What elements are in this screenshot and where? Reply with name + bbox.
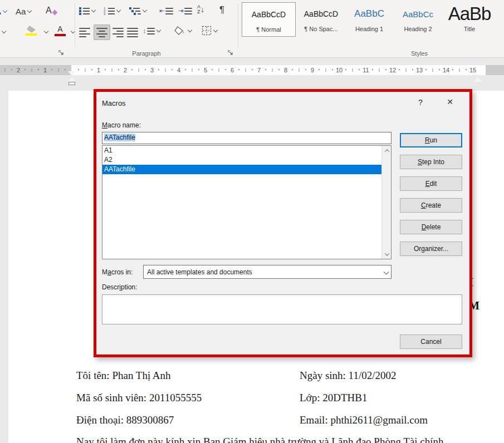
style-label: Title	[443, 26, 496, 32]
help-button[interactable]: ?	[414, 98, 427, 109]
decrease-indent-button[interactable]: ⇤	[159, 7, 173, 15]
show-formatting-button[interactable]: ¶	[219, 4, 224, 16]
chevron-down-icon	[156, 28, 161, 32]
ruler-tick	[433, 68, 433, 72]
ruler-number: 11	[363, 67, 369, 73]
ruler[interactable]: 12345678910111213141521	[0, 65, 504, 75]
style-tile-heading1[interactable]: AaBbCHeading 1	[346, 2, 393, 37]
description-input[interactable]	[102, 294, 462, 324]
style-preview: AaBbCc	[394, 2, 442, 26]
style-tile-heading2[interactable]: AaBbCcHeading 2	[394, 2, 442, 37]
edit-button[interactable]: Edit	[400, 176, 462, 191]
organizer-button[interactable]: Organizer...	[400, 242, 462, 256]
style-tile-nospac[interactable]: AaBbCcD¶ No Spac...	[297, 2, 345, 37]
ruler-tick	[25, 69, 26, 70]
chevron-down-icon	[44, 29, 48, 33]
ruler-tick	[131, 69, 133, 70]
run-button[interactable]: Run	[400, 133, 462, 147]
align-left-button[interactable]	[79, 27, 90, 38]
style-tile-cut[interactable]: AaBbCcD	[497, 2, 504, 37]
font-color-bar	[55, 34, 66, 36]
highlight-color-bar	[26, 33, 37, 36]
font-dialog-launcher[interactable]	[58, 50, 65, 56]
left-indent-marker[interactable]	[68, 82, 75, 85]
macro-name-input[interactable]: AATachfile	[102, 132, 392, 144]
scrollbar[interactable]	[381, 146, 391, 259]
ruler-tick	[198, 69, 199, 70]
dialog-title: Macros	[102, 99, 126, 107]
group-divider	[238, 3, 238, 47]
ruler-tick	[32, 68, 32, 72]
chevron-down-icon	[116, 8, 121, 12]
styles-group-label: Styles	[384, 50, 454, 57]
text-highlight-button[interactable]	[26, 26, 37, 36]
font-color-dropdown[interactable]	[69, 31, 75, 33]
line-spacing-button[interactable]: ↕	[143, 27, 160, 35]
style-label: ¶ Normal	[242, 26, 295, 33]
cancel-button[interactable]: Cancel	[400, 334, 462, 349]
borders-button[interactable]	[202, 26, 217, 36]
ruler-tick	[299, 68, 300, 72]
font-color-button[interactable]: A	[55, 24, 66, 36]
step-into-button[interactable]: Step Into	[400, 155, 462, 169]
align-center-button[interactable]	[94, 24, 110, 40]
numbering-button[interactable]: 1 2 3	[104, 7, 120, 15]
ruler-tick	[452, 69, 453, 70]
shrink-font-button[interactable]: A	[0, 7, 7, 16]
chevron-down-icon	[3, 8, 7, 13]
paragraph-dialog-launcher[interactable]	[227, 50, 234, 56]
shading-button[interactable]	[174, 26, 192, 36]
ruler-tick	[246, 68, 246, 72]
macro-list-item[interactable]: A2	[102, 155, 391, 165]
align-center-icon	[96, 27, 107, 38]
style-preview: AaBbC	[346, 2, 393, 26]
macros-in-dropdown[interactable]: All active templates and documents	[143, 265, 392, 279]
selected-text: AATachfile	[104, 134, 135, 141]
justify-button[interactable]	[127, 27, 138, 38]
scroll-down-icon[interactable]	[382, 249, 392, 259]
ruler-tick	[172, 69, 173, 70]
scroll-up-icon[interactable]	[382, 146, 392, 155]
chevron-down-icon	[143, 8, 147, 12]
hanging-indent-marker[interactable]	[68, 77, 76, 81]
clear-formatting-button[interactable]: A	[46, 6, 57, 16]
group-divider	[75, 3, 75, 47]
ruler-number: 2	[124, 67, 127, 73]
macro-list-item[interactable]: A1	[102, 146, 391, 155]
style-preview: AaBbCcD	[242, 3, 295, 26]
ruler-tick	[78, 69, 79, 70]
ruler-tick	[185, 69, 186, 70]
increase-indent-button[interactable]: ⇥	[178, 7, 192, 15]
sort-button[interactable]: AZ ↓	[197, 4, 204, 14]
doc-text-left: Tôi tên: Phan Thị Anh	[76, 370, 171, 382]
ruler-band: 12345678910111213141521	[0, 58, 504, 83]
create-button[interactable]: Create	[400, 198, 462, 213]
style-tile-normal[interactable]: AaBbCcD¶ Normal	[242, 2, 296, 37]
macro-list[interactable]: A1A2AATachfile	[102, 145, 392, 259]
macro-name-label: Macro name:	[102, 121, 141, 129]
multilevel-list-button[interactable]	[129, 7, 146, 15]
ruler-tick	[459, 68, 460, 72]
ruler-tick	[238, 69, 239, 70]
borders-icon	[202, 26, 212, 36]
chevron-down-icon	[2, 29, 6, 33]
text-highlight-dropdown[interactable]	[42, 31, 48, 33]
doc-text-right: Lớp: 20DTHB1	[300, 392, 367, 404]
align-right-button[interactable]	[112, 27, 124, 38]
delete-button[interactable]: Delete	[400, 220, 462, 234]
description-label: Description:	[102, 283, 137, 291]
text-effects-dropdown[interactable]	[0, 31, 6, 33]
chevron-down-icon	[27, 8, 32, 13]
dropdown-value: All active templates and documents	[147, 268, 252, 276]
style-tile-title[interactable]: AaBbTitle	[443, 2, 496, 37]
change-case-button[interactable]: Aa	[16, 7, 31, 16]
bullets-button[interactable]	[79, 7, 95, 15]
ruler-tick	[5, 68, 6, 72]
paragraph-group-label: Paragraph	[111, 50, 182, 57]
close-icon[interactable]: ✕	[442, 97, 458, 110]
macros-dialog: Macros ? ✕ Macro name: AATachfile A1A2AA…	[96, 92, 469, 355]
chevron-down-icon	[91, 8, 96, 12]
macro-list-item[interactable]: AATachfile	[102, 165, 391, 174]
right-indent-marker[interactable]	[474, 77, 482, 82]
style-preview: AaBb	[443, 2, 496, 26]
